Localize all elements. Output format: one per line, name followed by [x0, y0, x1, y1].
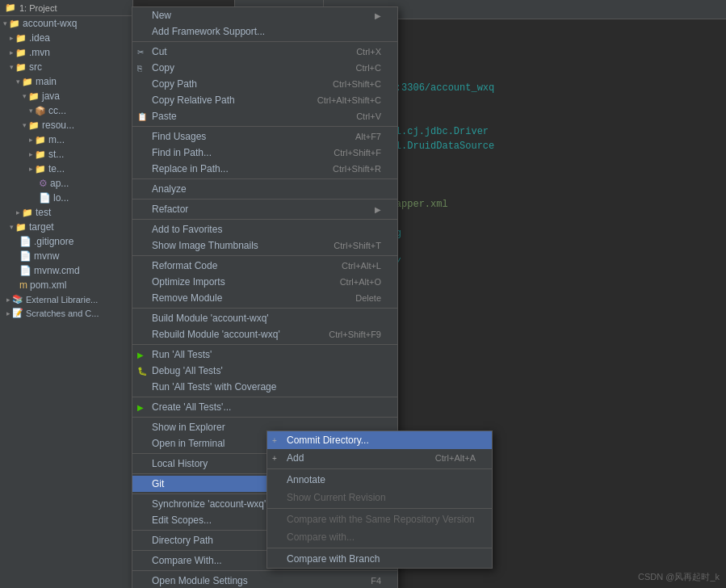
te-label: te... — [48, 163, 65, 174]
lo-icon: 📄 — [39, 192, 51, 204]
lo-file[interactable]: 📄 lo... — [0, 191, 132, 205]
menu-copy-relative[interactable]: Copy Relative Path Ctrl+Alt+Shift+C — [132, 92, 397, 108]
idea-icon: 📁 — [15, 33, 27, 44]
lo-label: lo... — [53, 192, 69, 204]
sep-5 — [132, 219, 397, 220]
menu-run-coverage[interactable]: Run 'All Tests' with Coverage — [132, 379, 397, 395]
test-label: test — [36, 207, 51, 218]
ext-label: External Librarie... — [26, 295, 98, 304]
sep-8 — [132, 344, 397, 345]
paste-icon: 📋 — [137, 112, 147, 121]
sep-7 — [132, 308, 397, 309]
copy-icon: ⎘ — [137, 64, 142, 73]
menu-find-usages[interactable]: Find Usages Alt+F7 — [132, 128, 397, 145]
scratch-arrow — [6, 309, 10, 317]
tree-root[interactable]: 📁 account-wxq — [0, 16, 132, 31]
java-icon: 📁 — [28, 91, 40, 102]
sep-9 — [132, 397, 397, 397]
gi-label: .gitignore — [34, 236, 73, 247]
debug-icon: 🐛 — [137, 367, 147, 376]
mc-label: mvnw.cmd — [34, 265, 80, 276]
main-folder[interactable]: 📁 main — [0, 74, 132, 89]
submenu-add[interactable]: + Add Ctrl+Alt+A — [267, 449, 492, 467]
refactor-arrow: ▶ — [375, 205, 381, 214]
gitignore-file[interactable]: 📄 .gitignore — [0, 234, 132, 249]
root-folder-icon: 📁 — [9, 19, 20, 29]
mvn-label: .mvn — [29, 47, 50, 58]
menu-add-framework[interactable]: Add Framework Support... — [132, 23, 397, 40]
menu-reformat[interactable]: Reformat Code Ctrl+Alt+L — [132, 258, 397, 274]
submenu-compare-branch[interactable]: Compare with Branch — [267, 550, 492, 568]
test-folder[interactable]: 📁 test — [0, 205, 132, 220]
st-icon: 📁 — [35, 149, 46, 160]
src-label: src — [29, 61, 42, 73]
idea-folder[interactable]: 📁 .idea — [0, 31, 132, 45]
menu-build-module[interactable]: Build Module 'account-wxq' — [132, 310, 397, 326]
target-folder[interactable]: 📁 target — [0, 220, 132, 234]
menu-analyze[interactable]: Analyze — [132, 181, 397, 197]
root-arrow — [3, 19, 7, 27]
sep-1 — [132, 41, 397, 42]
menu-cut[interactable]: ✂ Cut Ctrl+X — [132, 44, 397, 60]
submenu-show-revision: Show Current Revision — [267, 489, 492, 506]
ext-icon: 📚 — [12, 294, 23, 304]
git-submenu: + Commit Directory... + Add Ctrl+Alt+A A… — [266, 430, 493, 569]
target-arrow — [10, 223, 14, 231]
cc-arrow — [29, 107, 33, 115]
te-folder[interactable]: 📁 te... — [0, 162, 132, 176]
menu-module-settings[interactable]: Open Module Settings F4 — [132, 573, 397, 588]
main-label: main — [36, 76, 57, 87]
ap-file[interactable]: ⚙ ap... — [0, 176, 132, 191]
java-label: java — [42, 90, 60, 102]
scratches-item[interactable]: 📝 Scratches and C... — [0, 306, 132, 320]
menu-run-tests[interactable]: ▶ Run 'All Tests' — [132, 346, 397, 363]
project-panel: 📁 1: Project 📁 account-wxq 📁 .idea 📁 .mv… — [0, 0, 133, 588]
st-folder[interactable]: 📁 st... — [0, 147, 132, 162]
resou-folder[interactable]: 📁 resou... — [0, 118, 132, 132]
menu-image-thumbnails[interactable]: Show Image Thumbnails Ctrl+Shift+T — [132, 237, 397, 254]
src-icon: 📁 — [15, 62, 27, 73]
submenu-compare-same-repo: Compare with the Same Repository Version — [267, 510, 492, 528]
git-sep-3 — [267, 548, 492, 548]
pom-file[interactable]: m pom.xml — [0, 278, 132, 292]
pom-label: pom.xml — [30, 279, 66, 291]
java-folder[interactable]: 📁 java — [0, 89, 132, 103]
menu-add-favorites[interactable]: Add to Favorites — [132, 221, 397, 237]
src-folder[interactable]: 📁 src — [0, 60, 132, 74]
menu-paste[interactable]: 📋 Paste Ctrl+V — [132, 108, 397, 124]
menu-optimize-imports[interactable]: Optimize Imports Ctrl+Alt+O — [132, 274, 397, 290]
target-label: target — [29, 221, 54, 233]
main-arrow — [16, 78, 20, 86]
menu-refactor[interactable]: Refactor ▶ — [132, 201, 397, 217]
sep-10 — [132, 417, 397, 418]
menu-find-path[interactable]: Find in Path... Ctrl+Shift+F — [132, 145, 397, 161]
menu-copy[interactable]: ⎘ Copy Ctrl+C — [132, 60, 397, 76]
root-label: account-wxq — [23, 18, 77, 29]
cc-package[interactable]: 📦 cc... — [0, 103, 132, 118]
mvn-folder[interactable]: 📁 .mvn — [0, 45, 132, 60]
menu-rebuild-module[interactable]: Rebuild Module 'account-wxq' Ctrl+Shift+… — [132, 326, 397, 342]
target-icon: 📁 — [15, 222, 27, 233]
menu-create-tests[interactable]: ▶ Create 'All Tests'... — [132, 399, 397, 415]
project-header: 📁 1: Project — [0, 0, 132, 16]
submenu-annotate[interactable]: Annotate — [267, 471, 492, 489]
menu-new[interactable]: New ▶ — [132, 7, 397, 23]
mvnwcmd-file[interactable]: 📄 mvnw.cmd — [0, 263, 132, 278]
mc-icon: 📄 — [19, 265, 31, 276]
mvn-arrow — [10, 48, 14, 57]
java-arrow — [23, 92, 27, 100]
ext-libraries[interactable]: 📚 External Librarie... — [0, 292, 132, 306]
gi-icon: 📄 — [19, 236, 31, 247]
git-sep-1 — [267, 468, 492, 469]
mvnw-icon: 📄 — [19, 250, 31, 262]
m-icon: 📁 — [35, 135, 46, 145]
menu-copy-path[interactable]: Copy Path Ctrl+Shift+C — [132, 76, 397, 92]
m-folder[interactable]: 📁 m... — [0, 132, 132, 147]
mvnw-file[interactable]: 📄 mvnw — [0, 249, 132, 263]
menu-replace-path[interactable]: Replace in Path... Ctrl+Shift+R — [132, 161, 397, 177]
resou-arrow — [23, 121, 27, 129]
submenu-commit-dir[interactable]: + Commit Directory... — [267, 431, 492, 449]
menu-remove-module[interactable]: Remove Module Delete — [132, 290, 397, 306]
menu-debug-tests[interactable]: 🐛 Debug 'All Tests' — [132, 363, 397, 379]
mvn-icon: 📁 — [15, 48, 27, 58]
